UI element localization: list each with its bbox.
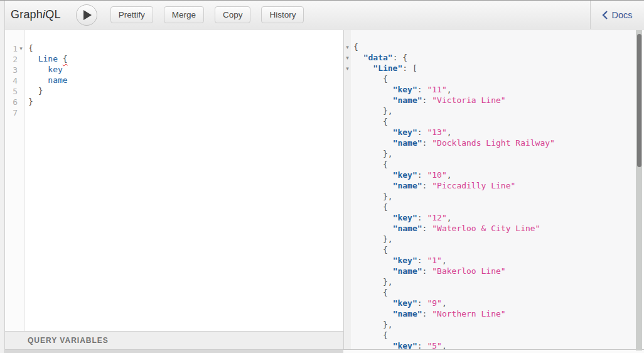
fold-arrow-icon[interactable]: ▾ (344, 53, 351, 63)
fold-arrow-icon (344, 224, 351, 234)
fold-arrow-icon (344, 128, 351, 138)
fold-arrow-icon (344, 341, 351, 349)
prettify-button[interactable]: Prettify (110, 6, 153, 23)
play-icon (83, 10, 92, 20)
line-number: 1 (5, 44, 18, 53)
code-line: }, (353, 320, 636, 330)
code-line: "name": "Docklands Light Railway" (353, 138, 636, 149)
code-line: "key": "1", (353, 256, 636, 266)
fold-arrow-icon[interactable]: ▾ (18, 43, 24, 54)
code-line: "key": "12", (353, 213, 636, 224)
code-line: "name": "Northern Line" (353, 309, 636, 320)
graphiql-logo: GraphiQL (11, 8, 61, 21)
query-code[interactable]: { Line { key name }} (25, 30, 343, 331)
code-line: "key": "9", (353, 298, 636, 309)
line-number: 2 (5, 55, 18, 64)
fold-arrow-icon (344, 95, 351, 106)
code-line: }, (353, 277, 636, 288)
code-line: }, (353, 106, 636, 117)
code-line: { (28, 43, 343, 54)
merge-button[interactable]: Merge (164, 6, 204, 23)
result-scrollbar-thumb[interactable] (637, 34, 641, 167)
code-line: "Line": [ (353, 63, 636, 74)
gutter-row: 3 (5, 65, 24, 75)
chevron-left-icon (602, 11, 608, 19)
fold-arrow-icon (344, 74, 351, 85)
result-code: { "data": { "Line": [ { "key": "11", "na… (351, 30, 636, 349)
fold-arrow-icon (344, 170, 351, 181)
left-edge-strip (0, 1, 5, 353)
fold-arrow-icon (344, 85, 351, 95)
code-line: "name": "Piccadilly Line" (353, 181, 636, 192)
code-line: "name": "Waterloo & City Line" (353, 224, 636, 234)
copy-button[interactable]: Copy (215, 6, 251, 23)
docs-button[interactable]: Docs (590, 1, 644, 30)
code-line: } (28, 86, 343, 97)
code-line: "key": "5", (353, 341, 636, 349)
code-line: { (353, 160, 636, 170)
fold-arrow-icon (344, 309, 351, 320)
logo-text-graph: Graph (11, 8, 43, 21)
result-pane: ▾▾▾ { "data": { "Line": [ { "key": "11",… (343, 30, 636, 349)
code-line: { (353, 288, 636, 298)
code-line: "key": "11", (353, 85, 636, 95)
fold-arrow-icon (344, 330, 351, 341)
code-line: "data": { (353, 53, 636, 63)
code-line: "name": "Victoria Line" (353, 95, 636, 106)
toolbar-button-group: Prettify Merge Copy History (110, 6, 304, 23)
fold-arrow-icon (344, 277, 351, 288)
docs-label: Docs (611, 10, 632, 20)
fold-arrow-icon (344, 320, 351, 330)
docs-link: Docs (602, 10, 632, 20)
fold-arrow-icon (344, 213, 351, 224)
fold-arrow-icon (344, 234, 351, 245)
toolbar: GraphiQL Prettify Merge Copy History Doc… (5, 1, 644, 30)
query-variables-bar[interactable]: QUERY VARIABLES (5, 331, 343, 349)
fold-arrow-icon (344, 245, 351, 256)
line-number: 6 (5, 97, 18, 107)
gutter-row: 1▾ (5, 43, 24, 54)
fold-arrow-icon (344, 298, 351, 309)
fold-arrow-icon[interactable]: ▾ (344, 63, 351, 74)
query-editor[interactable]: 1▾234567 { Line { key name }} (5, 30, 343, 331)
code-line: { (353, 245, 636, 256)
fold-arrow-icon (344, 149, 351, 160)
line-number: 3 (5, 65, 18, 75)
history-button[interactable]: History (261, 6, 304, 23)
fold-arrow-icon (344, 288, 351, 298)
code-line: "key": "10", (353, 170, 636, 181)
code-line: }, (353, 234, 636, 245)
result-scrollbar[interactable] (636, 30, 642, 350)
line-number: 5 (5, 87, 18, 96)
code-line (28, 107, 343, 118)
result-fold-gutter: ▾▾▾ (344, 30, 351, 349)
graphiql-window: GraphiQL Prettify Merge Copy History Doc… (0, 0, 644, 353)
fold-arrow-icon (344, 160, 351, 170)
code-line: { (353, 202, 636, 213)
code-line: name (28, 75, 343, 86)
query-variables-title: QUERY VARIABLES (28, 336, 109, 345)
code-line: { (353, 330, 636, 341)
code-line: { (353, 42, 636, 53)
line-number: 4 (5, 76, 18, 85)
bottom-right-strip (343, 349, 644, 353)
fold-arrow-icon (344, 256, 351, 266)
fold-arrow-icon (344, 181, 351, 192)
code-line: key (28, 65, 343, 75)
fold-arrow-icon (344, 266, 351, 277)
line-number: 7 (5, 108, 18, 117)
gutter-row: 5 (5, 86, 24, 97)
fold-arrow-icon (344, 106, 351, 117)
code-line: Line { (28, 54, 343, 65)
code-line: "key": "13", (353, 128, 636, 138)
fold-arrow-icon (344, 138, 351, 149)
left-bottom-strip (5, 349, 343, 353)
code-line: "name": "Bakerloo Line" (353, 266, 636, 277)
editor-gutter: 1▾234567 (5, 30, 25, 331)
fold-arrow-icon[interactable]: ▾ (344, 42, 351, 53)
execute-button[interactable] (76, 4, 97, 26)
fold-arrow-icon (344, 117, 351, 128)
fold-arrow-icon (344, 202, 351, 213)
gutter-row: 4 (5, 75, 24, 86)
query-editor-pane: 1▾234567 { Line { key name }} QUERY VARI… (5, 30, 343, 353)
